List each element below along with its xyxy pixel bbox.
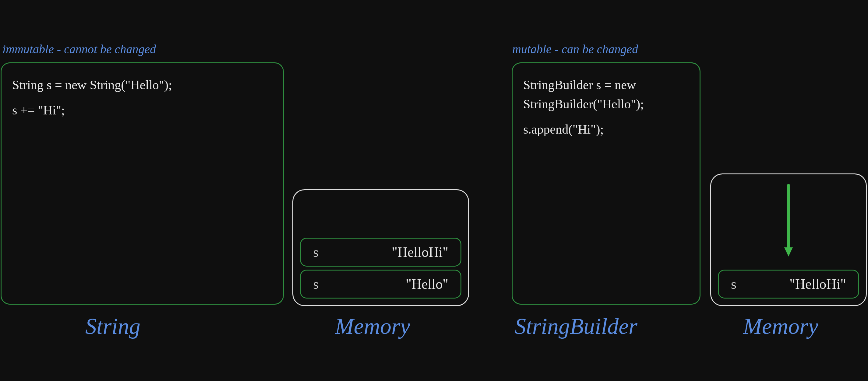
left-mem-val-1: "Hello"	[406, 276, 448, 292]
right-memory-cell-0: s "HelloHi"	[718, 270, 859, 299]
left-code-line-1: String s = new String("Hello");	[12, 75, 272, 95]
left-mem-var-1: s	[313, 276, 318, 292]
left-label-code: String	[85, 313, 141, 339]
right-label-memory: Memory	[743, 313, 818, 339]
left-memory-cell-0: s "HelloHi"	[300, 238, 461, 267]
right-code-line-1: StringBuilder s = new	[523, 75, 689, 95]
svg-marker-1	[784, 247, 793, 256]
arrow-down-icon	[782, 183, 795, 256]
left-caption: immutable - cannot be changed	[2, 42, 156, 56]
right-mem-var-0: s	[731, 276, 737, 292]
left-code-line-2: s += "Hi";	[12, 101, 272, 120]
left-mem-var-0: s	[313, 244, 318, 260]
right-code-line-3: s.append("Hi");	[523, 120, 689, 139]
right-label-code: StringBuilder	[515, 313, 638, 339]
right-code-line-2: StringBuilder("Hello");	[523, 95, 689, 114]
right-memory-box: s "HelloHi"	[710, 173, 867, 306]
right-code-box: StringBuilder s = new StringBuilder("Hel…	[512, 62, 701, 305]
left-code-box: String s = new String("Hello"); s += "Hi…	[1, 62, 284, 305]
left-memory-box: s "HelloHi" s "Hello"	[292, 189, 469, 306]
left-mem-val-0: "HelloHi"	[392, 244, 448, 260]
right-caption: mutable - can be changed	[512, 42, 638, 56]
right-mem-val-0: "HelloHi"	[789, 276, 846, 292]
left-memory-cell-1: s "Hello"	[300, 270, 461, 299]
left-label-memory: Memory	[335, 313, 410, 339]
